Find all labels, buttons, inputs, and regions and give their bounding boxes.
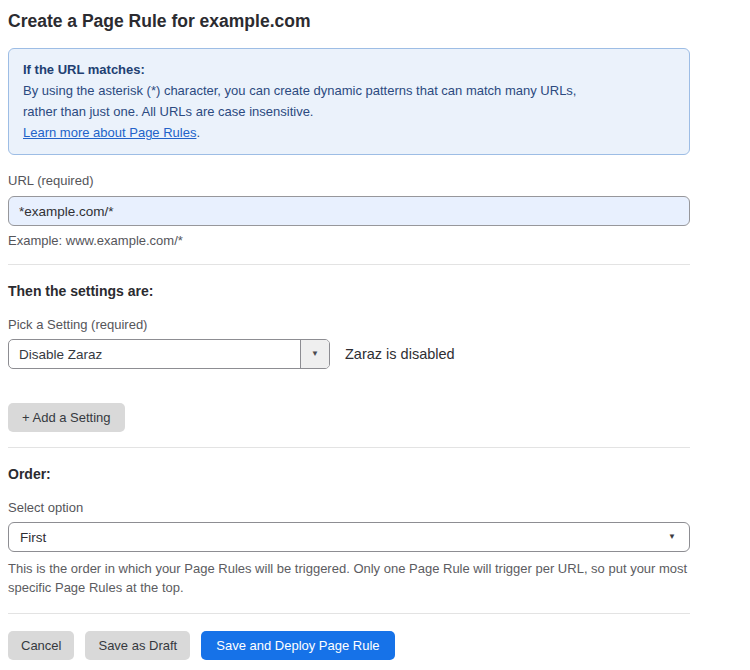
page-title: Create a Page Rule for example.com xyxy=(8,10,690,32)
info-box-body: By using the asterisk (*) character, you… xyxy=(23,80,598,122)
setting-dropdown[interactable]: Disable Zaraz ▼ xyxy=(8,339,330,369)
info-box-heading: If the URL matches: xyxy=(23,59,675,80)
chevron-down-icon: ▼ xyxy=(311,350,319,358)
cancel-button[interactable]: Cancel xyxy=(8,631,74,660)
order-help-text: This is the order in which your Page Rul… xyxy=(8,559,690,597)
save-and-deploy-button[interactable]: Save and Deploy Page Rule xyxy=(201,631,394,660)
info-box-link-line: Learn more about Page Rules. xyxy=(23,122,675,143)
order-dropdown[interactable]: First ▼ xyxy=(8,522,690,552)
settings-section-heading: Then the settings are: xyxy=(8,283,690,299)
add-setting-button[interactable]: + Add a Setting xyxy=(8,403,125,432)
order-select-label: Select option xyxy=(8,500,690,516)
link-period: . xyxy=(196,125,200,140)
setting-dropdown-value: Disable Zaraz xyxy=(9,340,300,368)
divider xyxy=(8,447,690,448)
order-dropdown-value: First xyxy=(20,530,46,545)
learn-more-link[interactable]: Learn more about Page Rules xyxy=(23,125,196,140)
page-rule-form: Create a Page Rule for example.com If th… xyxy=(8,10,690,660)
chevron-down-icon: ▼ xyxy=(668,533,676,541)
divider xyxy=(8,264,690,265)
url-example-text: Example: www.example.com/* xyxy=(8,233,690,248)
url-match-info-box: If the URL matches: By using the asteris… xyxy=(8,48,690,155)
save-as-draft-button[interactable]: Save as Draft xyxy=(85,631,190,660)
url-field-label: URL (required) xyxy=(8,173,690,189)
setting-status-text: Zaraz is disabled xyxy=(345,346,455,362)
order-section-heading: Order: xyxy=(8,466,690,482)
divider xyxy=(8,613,690,614)
setting-picker-label: Pick a Setting (required) xyxy=(8,317,690,333)
form-actions: Cancel Save as Draft Save and Deploy Pag… xyxy=(8,631,690,660)
setting-row: Disable Zaraz ▼ Zaraz is disabled xyxy=(8,339,690,369)
setting-dropdown-arrow-button[interactable]: ▼ xyxy=(300,340,329,368)
url-input[interactable] xyxy=(8,196,690,226)
